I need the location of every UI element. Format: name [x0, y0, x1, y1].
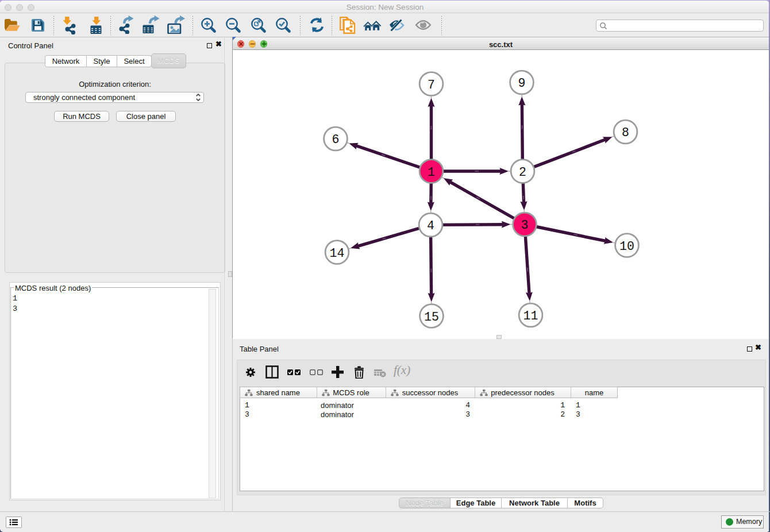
- svg-text:9: 9: [518, 76, 526, 90]
- svg-text:7: 7: [428, 78, 435, 92]
- svg-text:1: 1: [428, 165, 435, 179]
- svg-text:4: 4: [427, 219, 434, 233]
- svg-text:11: 11: [523, 309, 538, 323]
- svg-text:10: 10: [619, 240, 634, 253]
- svg-text:8: 8: [622, 126, 629, 140]
- svg-text:6: 6: [332, 133, 340, 147]
- svg-text:3: 3: [521, 218, 529, 232]
- svg-text:14: 14: [330, 246, 345, 260]
- svg-text:2: 2: [519, 165, 526, 179]
- svg-text:15: 15: [424, 310, 439, 324]
